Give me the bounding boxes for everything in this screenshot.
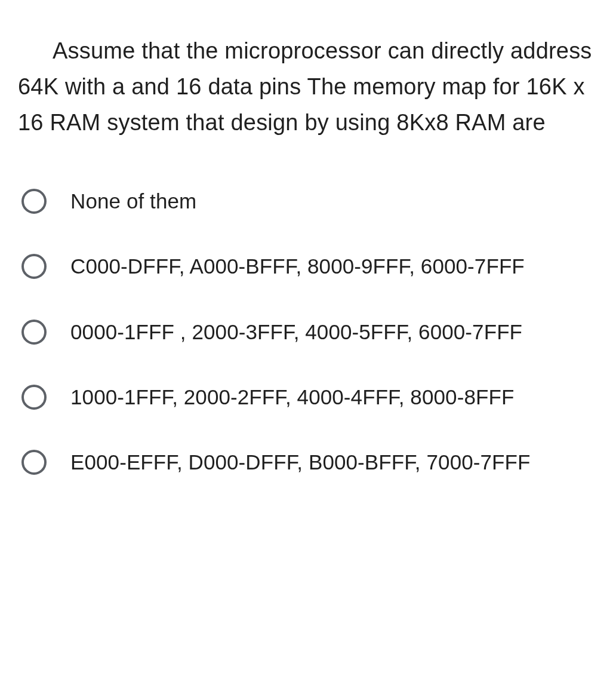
option-row[interactable]: None of them bbox=[18, 185, 598, 217]
question-text-content: Assume that the microprocessor can direc… bbox=[18, 38, 592, 135]
radio-icon[interactable] bbox=[21, 320, 47, 345]
option-row[interactable]: 0000-1FFF , 2000-3FFF, 4000-5FFF, 6000-7… bbox=[18, 316, 598, 348]
option-label: 1000-1FFF, 2000-2FFF, 4000-4FFF, 8000-8F… bbox=[70, 381, 514, 413]
option-row[interactable]: C000-DFFF, A000-BFFF, 8000-9FFF, 6000-7F… bbox=[18, 250, 598, 283]
option-row[interactable]: E000-EFFF, D000-DFFF, B000-BFFF, 7000-7F… bbox=[18, 446, 598, 478]
options-list: None of them C000-DFFF, A000-BFFF, 8000-… bbox=[18, 185, 598, 478]
radio-icon[interactable] bbox=[21, 189, 47, 214]
option-row[interactable]: 1000-1FFF, 2000-2FFF, 4000-4FFF, 8000-8F… bbox=[18, 381, 598, 413]
option-label: 0000-1FFF , 2000-3FFF, 4000-5FFF, 6000-7… bbox=[70, 316, 522, 348]
radio-icon[interactable] bbox=[21, 450, 47, 475]
radio-icon[interactable] bbox=[21, 254, 47, 279]
question-page: Assume that the microprocessor can direc… bbox=[0, 0, 616, 484]
option-label: E000-EFFF, D000-DFFF, B000-BFFF, 7000-7F… bbox=[70, 446, 531, 478]
option-label: None of them bbox=[70, 185, 196, 217]
option-label: C000-DFFF, A000-BFFF, 8000-9FFF, 6000-7F… bbox=[70, 250, 525, 283]
radio-icon[interactable] bbox=[21, 385, 47, 410]
question-text: Assume that the microprocessor can direc… bbox=[18, 33, 598, 140]
